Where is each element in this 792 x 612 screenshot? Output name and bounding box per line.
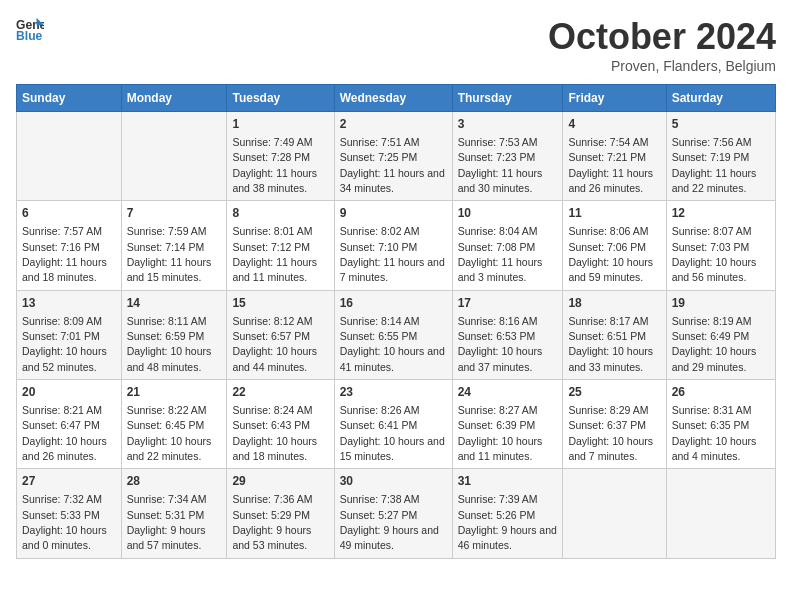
svg-text:Blue: Blue — [16, 29, 43, 43]
day-info: Sunrise: 8:11 AMSunset: 6:59 PMDaylight:… — [127, 315, 212, 373]
day-info: Sunrise: 8:07 AMSunset: 7:03 PMDaylight:… — [672, 225, 757, 283]
page-header: General Blue October 2024 Proven, Flande… — [16, 16, 776, 74]
day-number: 9 — [340, 205, 447, 222]
weekday-header: Sunday — [17, 85, 122, 112]
day-number: 21 — [127, 384, 222, 401]
calendar-cell: 17Sunrise: 8:16 AMSunset: 6:53 PMDayligh… — [452, 290, 563, 379]
day-number: 26 — [672, 384, 770, 401]
day-info: Sunrise: 7:32 AMSunset: 5:33 PMDaylight:… — [22, 493, 107, 551]
day-info: Sunrise: 8:19 AMSunset: 6:49 PMDaylight:… — [672, 315, 757, 373]
day-info: Sunrise: 7:56 AMSunset: 7:19 PMDaylight:… — [672, 136, 757, 194]
calendar-cell: 13Sunrise: 8:09 AMSunset: 7:01 PMDayligh… — [17, 290, 122, 379]
day-info: Sunrise: 8:09 AMSunset: 7:01 PMDaylight:… — [22, 315, 107, 373]
day-info: Sunrise: 8:12 AMSunset: 6:57 PMDaylight:… — [232, 315, 317, 373]
calendar-cell: 25Sunrise: 8:29 AMSunset: 6:37 PMDayligh… — [563, 380, 666, 469]
calendar-cell: 9Sunrise: 8:02 AMSunset: 7:10 PMDaylight… — [334, 201, 452, 290]
day-number: 10 — [458, 205, 558, 222]
day-number: 2 — [340, 116, 447, 133]
weekday-header: Saturday — [666, 85, 775, 112]
calendar-cell: 23Sunrise: 8:26 AMSunset: 6:41 PMDayligh… — [334, 380, 452, 469]
day-number: 28 — [127, 473, 222, 490]
day-info: Sunrise: 8:17 AMSunset: 6:51 PMDaylight:… — [568, 315, 653, 373]
day-info: Sunrise: 8:04 AMSunset: 7:08 PMDaylight:… — [458, 225, 543, 283]
calendar-cell: 27Sunrise: 7:32 AMSunset: 5:33 PMDayligh… — [17, 469, 122, 558]
calendar-table: SundayMondayTuesdayWednesdayThursdayFrid… — [16, 84, 776, 559]
day-number: 23 — [340, 384, 447, 401]
calendar-cell — [666, 469, 775, 558]
day-info: Sunrise: 8:31 AMSunset: 6:35 PMDaylight:… — [672, 404, 757, 462]
day-info: Sunrise: 8:06 AMSunset: 7:06 PMDaylight:… — [568, 225, 653, 283]
day-number: 12 — [672, 205, 770, 222]
calendar-cell: 16Sunrise: 8:14 AMSunset: 6:55 PMDayligh… — [334, 290, 452, 379]
day-number: 13 — [22, 295, 116, 312]
calendar-cell: 11Sunrise: 8:06 AMSunset: 7:06 PMDayligh… — [563, 201, 666, 290]
logo-icon: General Blue — [16, 16, 44, 44]
day-info: Sunrise: 8:24 AMSunset: 6:43 PMDaylight:… — [232, 404, 317, 462]
day-number: 27 — [22, 473, 116, 490]
calendar-cell: 30Sunrise: 7:38 AMSunset: 5:27 PMDayligh… — [334, 469, 452, 558]
calendar-cell: 7Sunrise: 7:59 AMSunset: 7:14 PMDaylight… — [121, 201, 227, 290]
day-number: 24 — [458, 384, 558, 401]
day-number: 3 — [458, 116, 558, 133]
day-info: Sunrise: 8:29 AMSunset: 6:37 PMDaylight:… — [568, 404, 653, 462]
day-number: 31 — [458, 473, 558, 490]
calendar-cell: 2Sunrise: 7:51 AMSunset: 7:25 PMDaylight… — [334, 112, 452, 201]
day-number: 11 — [568, 205, 660, 222]
day-info: Sunrise: 7:57 AMSunset: 7:16 PMDaylight:… — [22, 225, 107, 283]
day-number: 30 — [340, 473, 447, 490]
calendar-cell: 21Sunrise: 8:22 AMSunset: 6:45 PMDayligh… — [121, 380, 227, 469]
calendar-cell — [563, 469, 666, 558]
day-number: 15 — [232, 295, 328, 312]
day-info: Sunrise: 7:39 AMSunset: 5:26 PMDaylight:… — [458, 493, 557, 551]
calendar-week-row: 1Sunrise: 7:49 AMSunset: 7:28 PMDaylight… — [17, 112, 776, 201]
calendar-week-row: 13Sunrise: 8:09 AMSunset: 7:01 PMDayligh… — [17, 290, 776, 379]
title-block: October 2024 Proven, Flanders, Belgium — [548, 16, 776, 74]
day-info: Sunrise: 8:16 AMSunset: 6:53 PMDaylight:… — [458, 315, 543, 373]
month-title: October 2024 — [548, 16, 776, 58]
day-number: 17 — [458, 295, 558, 312]
day-info: Sunrise: 8:26 AMSunset: 6:41 PMDaylight:… — [340, 404, 445, 462]
calendar-cell: 4Sunrise: 7:54 AMSunset: 7:21 PMDaylight… — [563, 112, 666, 201]
calendar-cell: 5Sunrise: 7:56 AMSunset: 7:19 PMDaylight… — [666, 112, 775, 201]
day-number: 22 — [232, 384, 328, 401]
weekday-header: Wednesday — [334, 85, 452, 112]
weekday-header: Tuesday — [227, 85, 334, 112]
day-info: Sunrise: 7:54 AMSunset: 7:21 PMDaylight:… — [568, 136, 653, 194]
day-info: Sunrise: 8:22 AMSunset: 6:45 PMDaylight:… — [127, 404, 212, 462]
day-info: Sunrise: 8:21 AMSunset: 6:47 PMDaylight:… — [22, 404, 107, 462]
day-info: Sunrise: 8:02 AMSunset: 7:10 PMDaylight:… — [340, 225, 445, 283]
calendar-cell: 22Sunrise: 8:24 AMSunset: 6:43 PMDayligh… — [227, 380, 334, 469]
weekday-header-row: SundayMondayTuesdayWednesdayThursdayFrid… — [17, 85, 776, 112]
day-number: 6 — [22, 205, 116, 222]
calendar-cell: 1Sunrise: 7:49 AMSunset: 7:28 PMDaylight… — [227, 112, 334, 201]
logo: General Blue — [16, 16, 44, 44]
day-info: Sunrise: 8:01 AMSunset: 7:12 PMDaylight:… — [232, 225, 317, 283]
calendar-cell: 19Sunrise: 8:19 AMSunset: 6:49 PMDayligh… — [666, 290, 775, 379]
weekday-header: Monday — [121, 85, 227, 112]
calendar-cell: 8Sunrise: 8:01 AMSunset: 7:12 PMDaylight… — [227, 201, 334, 290]
calendar-week-row: 6Sunrise: 7:57 AMSunset: 7:16 PMDaylight… — [17, 201, 776, 290]
calendar-cell: 6Sunrise: 7:57 AMSunset: 7:16 PMDaylight… — [17, 201, 122, 290]
day-info: Sunrise: 7:53 AMSunset: 7:23 PMDaylight:… — [458, 136, 543, 194]
calendar-cell: 26Sunrise: 8:31 AMSunset: 6:35 PMDayligh… — [666, 380, 775, 469]
day-number: 19 — [672, 295, 770, 312]
day-number: 4 — [568, 116, 660, 133]
day-number: 29 — [232, 473, 328, 490]
day-info: Sunrise: 7:34 AMSunset: 5:31 PMDaylight:… — [127, 493, 207, 551]
calendar-cell: 28Sunrise: 7:34 AMSunset: 5:31 PMDayligh… — [121, 469, 227, 558]
location: Proven, Flanders, Belgium — [548, 58, 776, 74]
calendar-cell: 31Sunrise: 7:39 AMSunset: 5:26 PMDayligh… — [452, 469, 563, 558]
day-number: 16 — [340, 295, 447, 312]
calendar-cell — [17, 112, 122, 201]
day-number: 20 — [22, 384, 116, 401]
day-info: Sunrise: 7:38 AMSunset: 5:27 PMDaylight:… — [340, 493, 439, 551]
day-number: 18 — [568, 295, 660, 312]
calendar-cell: 14Sunrise: 8:11 AMSunset: 6:59 PMDayligh… — [121, 290, 227, 379]
calendar-cell: 24Sunrise: 8:27 AMSunset: 6:39 PMDayligh… — [452, 380, 563, 469]
calendar-cell: 15Sunrise: 8:12 AMSunset: 6:57 PMDayligh… — [227, 290, 334, 379]
calendar-week-row: 20Sunrise: 8:21 AMSunset: 6:47 PMDayligh… — [17, 380, 776, 469]
day-number: 8 — [232, 205, 328, 222]
calendar-week-row: 27Sunrise: 7:32 AMSunset: 5:33 PMDayligh… — [17, 469, 776, 558]
calendar-cell: 29Sunrise: 7:36 AMSunset: 5:29 PMDayligh… — [227, 469, 334, 558]
day-info: Sunrise: 7:51 AMSunset: 7:25 PMDaylight:… — [340, 136, 445, 194]
